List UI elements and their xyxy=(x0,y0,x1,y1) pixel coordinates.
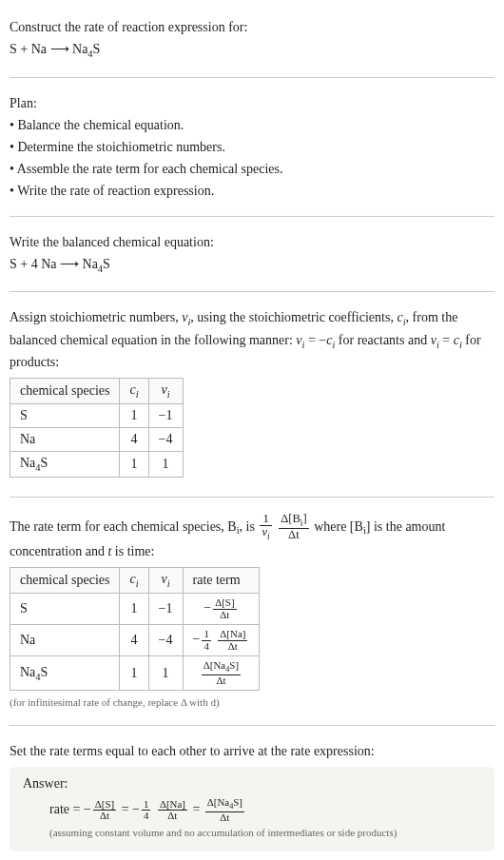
cell-nu: −4 xyxy=(148,625,183,656)
eq-species: S xyxy=(10,42,17,56)
cell-rateterm: −14 Δ[Na]Δt xyxy=(183,625,260,656)
plan-item: • Determine the stoichiometric numbers. xyxy=(10,137,494,157)
text: Δ[Na xyxy=(204,659,225,671)
eq-plus: + xyxy=(17,257,31,271)
fraction: Δ[Na4S]Δt xyxy=(205,797,244,823)
col-c: ci xyxy=(120,568,148,594)
text: = xyxy=(439,333,454,347)
frac-bot: Δt xyxy=(213,610,236,620)
cell-nu: −1 xyxy=(148,403,183,427)
cell-nu: −4 xyxy=(148,427,183,451)
eq-species: Na xyxy=(41,257,56,271)
divider xyxy=(10,725,494,726)
subscript: i xyxy=(136,389,139,400)
cell-species: Na xyxy=(10,625,120,656)
frac-top: 1 xyxy=(202,629,210,640)
answer-note: (assuming constant volume and no accumul… xyxy=(49,827,481,838)
balanced-equation: S + 4 Na ⟶ Na4S xyxy=(10,254,494,277)
frac-top: Δ[Bi] xyxy=(279,513,309,529)
text: The rate term for each chemical species,… xyxy=(10,518,237,533)
cell-species: S xyxy=(10,403,120,427)
fraction: 14 xyxy=(142,799,150,822)
fraction: Δ[S]Δt xyxy=(213,597,236,620)
table-row: Na4S 1 1 Δ[Na4S]Δt xyxy=(10,656,260,691)
fraction: Δ[Na4S]Δt xyxy=(202,660,241,686)
frac-top: Δ[Na4S] xyxy=(205,797,244,812)
text: where [B xyxy=(314,518,363,533)
table-row: Na4S 1 1 xyxy=(10,451,184,477)
table-header-row: chemical species ci νi xyxy=(10,379,184,404)
sign: − xyxy=(204,600,211,615)
rateterm-section: The rate term for each chemical species,… xyxy=(10,503,494,719)
plan-item: • Write the rate of reaction expression. xyxy=(10,181,494,201)
eq-species: S xyxy=(93,42,101,56)
set-equal-text: Set the rate terms equal to each other t… xyxy=(10,741,494,761)
table-row: S 1 −1 xyxy=(10,403,184,427)
eq-plus: + xyxy=(17,42,31,56)
subscript: i xyxy=(136,578,139,589)
sign: − xyxy=(132,802,140,816)
stoich-table: chemical species ci νi S 1 −1 Na 4 −4 Na… xyxy=(10,378,184,478)
assign-section: Assign stoichiometric numbers, νi, using… xyxy=(10,298,494,491)
text: Na xyxy=(20,665,35,679)
frac-top: Δ[S] xyxy=(213,597,236,609)
arrow-icon: ⟶ xyxy=(47,42,72,56)
fraction: Δ[Bi] Δt xyxy=(279,513,309,542)
divider xyxy=(10,77,494,78)
assign-text: Assign stoichiometric numbers, νi, using… xyxy=(10,307,494,372)
equals: = xyxy=(122,802,132,816)
balanced-title: Write the balanced chemical equation: xyxy=(10,232,494,252)
table-header-row: chemical species ci νi rate term xyxy=(10,568,260,594)
text: for reactants and xyxy=(335,333,430,347)
cell-c: 4 xyxy=(120,625,148,656)
balanced-section: Write the balanced chemical equation: S … xyxy=(10,223,494,286)
frac-bot: Δt xyxy=(218,641,247,652)
subscript: i xyxy=(167,578,170,589)
text: = − xyxy=(304,333,326,347)
text: S] xyxy=(233,796,242,808)
cell-species: Na4S xyxy=(10,656,120,691)
eq-species: S xyxy=(103,257,110,271)
sign: − xyxy=(84,802,91,816)
unbalanced-equation: S + Na ⟶ Na4S xyxy=(10,39,494,62)
table-row: Na 4 −4 xyxy=(10,427,184,451)
cell-rateterm: −Δ[S]Δt xyxy=(183,594,260,625)
text: S xyxy=(41,456,48,470)
answer-title: Answer: xyxy=(23,776,481,792)
col-nu: νi xyxy=(148,568,183,594)
eq-species: Na xyxy=(83,257,98,271)
plan-item: • Assemble the rate term for each chemic… xyxy=(10,159,494,179)
eq-species: Na xyxy=(72,42,87,56)
frac-bot: νi xyxy=(260,526,271,541)
plan-title: Plan: xyxy=(10,93,494,113)
eq-coef: 4 xyxy=(31,257,42,271)
cell-c: 1 xyxy=(120,451,148,477)
frac-bot: Δt xyxy=(158,811,187,821)
frac-top: 1 xyxy=(260,513,271,526)
answer-expression: rate = −Δ[S]Δt = −14 Δ[Na]Δt = Δ[Na4S]Δt xyxy=(49,797,481,823)
problem-header: Construct the rate of reaction expressio… xyxy=(10,8,494,71)
frac-bot: 4 xyxy=(202,641,210,652)
arrow-icon: ⟶ xyxy=(57,257,83,271)
subscript: i xyxy=(267,532,270,541)
fraction: Δ[S]Δt xyxy=(93,799,116,822)
infinitesimal-note: (for infinitesimal rate of change, repla… xyxy=(10,696,494,708)
cell-c: 1 xyxy=(120,403,148,427)
eq-species: Na xyxy=(31,42,47,56)
col-rateterm: rate term xyxy=(183,568,260,594)
text: ] xyxy=(302,512,306,525)
problem-title: Construct the rate of reaction expressio… xyxy=(10,17,494,37)
text: Assign stoichiometric numbers, xyxy=(10,310,182,324)
fraction: 14 xyxy=(202,629,210,652)
cell-species: S xyxy=(10,594,120,625)
divider xyxy=(10,216,494,217)
col-species: chemical species xyxy=(10,568,120,594)
cell-nu: 1 xyxy=(148,656,183,691)
cell-species: Na xyxy=(10,427,120,451)
col-species: chemical species xyxy=(10,379,120,404)
text: is time: xyxy=(111,544,154,558)
text: , using the stoichiometric coefficients, xyxy=(190,310,397,324)
fraction: 1 νi xyxy=(260,513,271,542)
equals: = xyxy=(192,802,203,816)
cell-species: Na4S xyxy=(10,451,120,477)
